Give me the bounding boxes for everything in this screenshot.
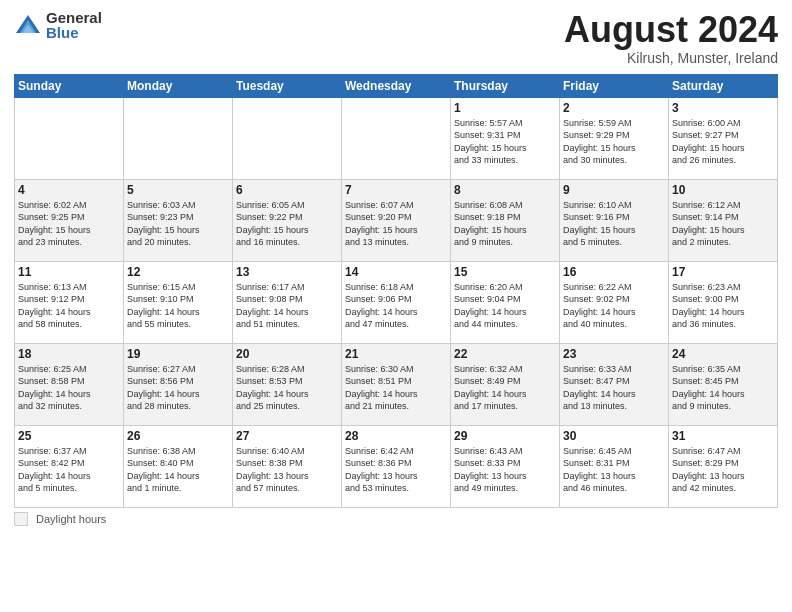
title-block: August 2024 Kilrush, Munster, Ireland: [564, 10, 778, 66]
page: General Blue August 2024 Kilrush, Munste…: [0, 0, 792, 612]
table-row: 13Sunrise: 6:17 AM Sunset: 9:08 PM Dayli…: [233, 261, 342, 343]
day-number: 6: [236, 183, 338, 197]
day-number: 24: [672, 347, 774, 361]
day-number: 26: [127, 429, 229, 443]
day-number: 18: [18, 347, 120, 361]
day-info: Sunrise: 6:03 AM Sunset: 9:23 PM Dayligh…: [127, 199, 229, 249]
day-info: Sunrise: 6:12 AM Sunset: 9:14 PM Dayligh…: [672, 199, 774, 249]
daylight-label: Daylight hours: [36, 513, 106, 525]
day-info: Sunrise: 6:15 AM Sunset: 9:10 PM Dayligh…: [127, 281, 229, 331]
day-number: 25: [18, 429, 120, 443]
day-info: Sunrise: 6:27 AM Sunset: 8:56 PM Dayligh…: [127, 363, 229, 413]
day-info: Sunrise: 6:30 AM Sunset: 8:51 PM Dayligh…: [345, 363, 447, 413]
week-row-3: 18Sunrise: 6:25 AM Sunset: 8:58 PM Dayli…: [15, 343, 778, 425]
table-row: 18Sunrise: 6:25 AM Sunset: 8:58 PM Dayli…: [15, 343, 124, 425]
header-sunday: Sunday: [15, 74, 124, 97]
day-info: Sunrise: 6:05 AM Sunset: 9:22 PM Dayligh…: [236, 199, 338, 249]
day-number: 20: [236, 347, 338, 361]
day-number: 3: [672, 101, 774, 115]
day-info: Sunrise: 6:42 AM Sunset: 8:36 PM Dayligh…: [345, 445, 447, 495]
logo-blue-text: Blue: [46, 25, 102, 40]
table-row: [233, 97, 342, 179]
day-info: Sunrise: 6:43 AM Sunset: 8:33 PM Dayligh…: [454, 445, 556, 495]
day-number: 15: [454, 265, 556, 279]
day-info: Sunrise: 6:35 AM Sunset: 8:45 PM Dayligh…: [672, 363, 774, 413]
table-row: 28Sunrise: 6:42 AM Sunset: 8:36 PM Dayli…: [342, 425, 451, 507]
week-row-4: 25Sunrise: 6:37 AM Sunset: 8:42 PM Dayli…: [15, 425, 778, 507]
day-number: 11: [18, 265, 120, 279]
logo-text: General Blue: [46, 10, 102, 40]
day-number: 12: [127, 265, 229, 279]
table-row: 11Sunrise: 6:13 AM Sunset: 9:12 PM Dayli…: [15, 261, 124, 343]
day-info: Sunrise: 6:08 AM Sunset: 9:18 PM Dayligh…: [454, 199, 556, 249]
table-row: 17Sunrise: 6:23 AM Sunset: 9:00 PM Dayli…: [669, 261, 778, 343]
month-title: August 2024: [564, 10, 778, 50]
day-number: 23: [563, 347, 665, 361]
day-info: Sunrise: 6:40 AM Sunset: 8:38 PM Dayligh…: [236, 445, 338, 495]
day-info: Sunrise: 6:32 AM Sunset: 8:49 PM Dayligh…: [454, 363, 556, 413]
table-row: 2Sunrise: 5:59 AM Sunset: 9:29 PM Daylig…: [560, 97, 669, 179]
day-info: Sunrise: 5:59 AM Sunset: 9:29 PM Dayligh…: [563, 117, 665, 167]
table-row: 24Sunrise: 6:35 AM Sunset: 8:45 PM Dayli…: [669, 343, 778, 425]
week-row-0: 1Sunrise: 5:57 AM Sunset: 9:31 PM Daylig…: [15, 97, 778, 179]
day-number: 17: [672, 265, 774, 279]
table-row: [124, 97, 233, 179]
day-number: 5: [127, 183, 229, 197]
day-info: Sunrise: 6:07 AM Sunset: 9:20 PM Dayligh…: [345, 199, 447, 249]
table-row: 14Sunrise: 6:18 AM Sunset: 9:06 PM Dayli…: [342, 261, 451, 343]
table-row: 16Sunrise: 6:22 AM Sunset: 9:02 PM Dayli…: [560, 261, 669, 343]
day-number: 14: [345, 265, 447, 279]
table-row: 25Sunrise: 6:37 AM Sunset: 8:42 PM Dayli…: [15, 425, 124, 507]
table-row: 8Sunrise: 6:08 AM Sunset: 9:18 PM Daylig…: [451, 179, 560, 261]
day-number: 2: [563, 101, 665, 115]
day-info: Sunrise: 6:02 AM Sunset: 9:25 PM Dayligh…: [18, 199, 120, 249]
table-row: 4Sunrise: 6:02 AM Sunset: 9:25 PM Daylig…: [15, 179, 124, 261]
table-row: 9Sunrise: 6:10 AM Sunset: 9:16 PM Daylig…: [560, 179, 669, 261]
day-number: 19: [127, 347, 229, 361]
table-row: 6Sunrise: 6:05 AM Sunset: 9:22 PM Daylig…: [233, 179, 342, 261]
day-info: Sunrise: 6:45 AM Sunset: 8:31 PM Dayligh…: [563, 445, 665, 495]
header-thursday: Thursday: [451, 74, 560, 97]
day-number: 22: [454, 347, 556, 361]
table-row: 29Sunrise: 6:43 AM Sunset: 8:33 PM Dayli…: [451, 425, 560, 507]
header-monday: Monday: [124, 74, 233, 97]
table-row: 19Sunrise: 6:27 AM Sunset: 8:56 PM Dayli…: [124, 343, 233, 425]
day-number: 16: [563, 265, 665, 279]
day-number: 7: [345, 183, 447, 197]
logo-icon: [14, 11, 42, 39]
day-number: 27: [236, 429, 338, 443]
day-number: 9: [563, 183, 665, 197]
day-info: Sunrise: 6:22 AM Sunset: 9:02 PM Dayligh…: [563, 281, 665, 331]
day-number: 8: [454, 183, 556, 197]
day-number: 31: [672, 429, 774, 443]
weekday-header-row: Sunday Monday Tuesday Wednesday Thursday…: [15, 74, 778, 97]
day-info: Sunrise: 6:25 AM Sunset: 8:58 PM Dayligh…: [18, 363, 120, 413]
day-info: Sunrise: 6:28 AM Sunset: 8:53 PM Dayligh…: [236, 363, 338, 413]
day-number: 28: [345, 429, 447, 443]
logo-general-text: General: [46, 10, 102, 25]
day-number: 4: [18, 183, 120, 197]
day-info: Sunrise: 5:57 AM Sunset: 9:31 PM Dayligh…: [454, 117, 556, 167]
table-row: 5Sunrise: 6:03 AM Sunset: 9:23 PM Daylig…: [124, 179, 233, 261]
table-row: 15Sunrise: 6:20 AM Sunset: 9:04 PM Dayli…: [451, 261, 560, 343]
table-row: 10Sunrise: 6:12 AM Sunset: 9:14 PM Dayli…: [669, 179, 778, 261]
header: General Blue August 2024 Kilrush, Munste…: [14, 10, 778, 66]
table-row: 22Sunrise: 6:32 AM Sunset: 8:49 PM Dayli…: [451, 343, 560, 425]
day-number: 21: [345, 347, 447, 361]
day-info: Sunrise: 6:13 AM Sunset: 9:12 PM Dayligh…: [18, 281, 120, 331]
day-info: Sunrise: 6:10 AM Sunset: 9:16 PM Dayligh…: [563, 199, 665, 249]
day-info: Sunrise: 6:17 AM Sunset: 9:08 PM Dayligh…: [236, 281, 338, 331]
daylight-box-icon: [14, 512, 28, 526]
table-row: 1Sunrise: 5:57 AM Sunset: 9:31 PM Daylig…: [451, 97, 560, 179]
table-row: 3Sunrise: 6:00 AM Sunset: 9:27 PM Daylig…: [669, 97, 778, 179]
table-row: 20Sunrise: 6:28 AM Sunset: 8:53 PM Dayli…: [233, 343, 342, 425]
day-info: Sunrise: 6:23 AM Sunset: 9:00 PM Dayligh…: [672, 281, 774, 331]
day-info: Sunrise: 6:33 AM Sunset: 8:47 PM Dayligh…: [563, 363, 665, 413]
week-row-2: 11Sunrise: 6:13 AM Sunset: 9:12 PM Dayli…: [15, 261, 778, 343]
table-row: 26Sunrise: 6:38 AM Sunset: 8:40 PM Dayli…: [124, 425, 233, 507]
header-tuesday: Tuesday: [233, 74, 342, 97]
footer: Daylight hours: [14, 512, 778, 526]
table-row: [342, 97, 451, 179]
header-friday: Friday: [560, 74, 669, 97]
day-info: Sunrise: 6:37 AM Sunset: 8:42 PM Dayligh…: [18, 445, 120, 495]
